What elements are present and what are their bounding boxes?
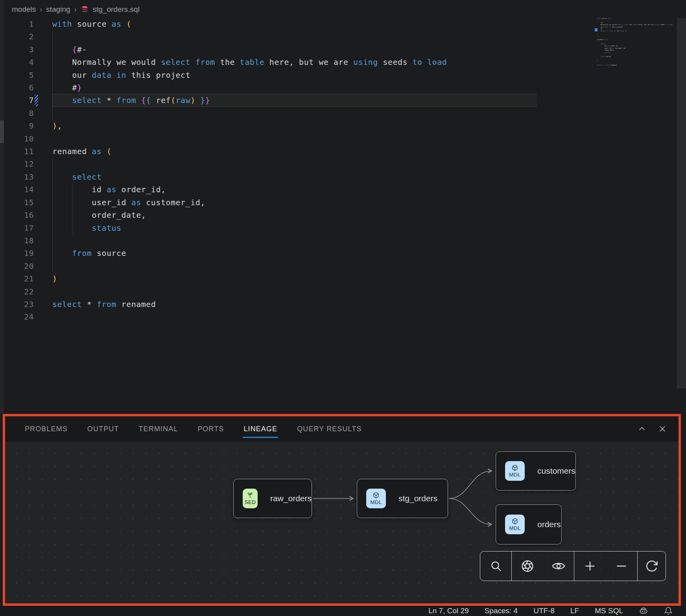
cube-icon [511,518,518,525]
eye-button[interactable] [550,557,567,575]
zoom-out-button[interactable] [613,557,630,575]
panel-tabbar: PROBLEMSOUTPUTTERMINALPORTSLINEAGEQUERY … [5,416,679,441]
search-icon [490,560,502,572]
breadcrumb-item-models[interactable]: models [12,5,36,14]
status-item-lf[interactable]: LF [570,606,579,616]
line-number: 12 [24,159,34,169]
lineage-node-customers[interactable]: MDL customers [496,451,576,491]
bottom-panel-annotated: PROBLEMSOUTPUTTERMINALPORTSLINEAGEQUERY … [3,414,681,606]
edge-stg-orders-to-orders [449,498,491,524]
zoom-out-icon [615,559,628,573]
badge-label: MDL [509,525,520,531]
minimap-modified-marker [595,28,597,31]
vscode-window: models › staging › stg_orders.sql 1 2 3 … [0,0,686,616]
tab-ports[interactable]: PORTS [197,425,224,433]
tab-lineage[interactable]: LINEAGE [243,425,277,433]
sidebar-drag-handle[interactable] [0,120,4,143]
lineage-node-raw-orders[interactable]: SED raw_orders [233,479,312,518]
node-label: stg_orders [398,494,437,503]
database-icon [81,6,89,14]
line-number: 10 [24,134,34,143]
editor-gutter: 1 2 3 4 5 6 7 8 9 10 11 12 13 14 15 16 1… [4,18,34,324]
eye-icon [551,559,566,573]
search-button[interactable] [487,557,505,575]
chevron-right-icon: › [40,6,42,14]
line-number: 11 [24,147,34,156]
code-editor[interactable]: with source as ( {#- Normally we would s… [52,18,447,324]
node-label: customers [537,466,575,476]
line-number: 7 [29,96,34,105]
breadcrumb: models › staging › stg_orders.sql [12,4,140,15]
status-item-ln-7-col-29[interactable]: Ln 7, Col 29 [428,606,468,616]
line-number: 9 [29,121,34,131]
status-item-spaces-4[interactable]: Spaces: 4 [485,606,518,616]
badge-label: MDL [509,472,520,478]
aperture-icon [521,559,534,573]
line-number: 8 [29,108,34,118]
line-number: 17 [24,223,34,233]
line-number: 15 [24,198,34,207]
line-number: 16 [24,210,34,220]
breadcrumb-file[interactable]: stg_orders.sql [93,5,140,14]
line-number: 1 [29,19,34,29]
edge-stg-orders-to-customers [449,471,491,498]
zoom-in-button[interactable] [581,557,599,575]
tab-query-results[interactable]: QUERY RESULTS [297,425,361,433]
lineage-node-stg-orders[interactable]: MDL stg_orders [357,479,448,518]
aperture-button[interactable] [519,557,536,575]
breadcrumb-item-staging[interactable]: staging [46,5,70,14]
line-number: 4 [29,57,34,67]
lineage-canvas[interactable]: SED raw_orders MDL stg_orders [5,441,679,603]
model-badge: MDL [505,515,525,534]
line-number: 2 [29,32,34,41]
seed-badge: SED [243,489,258,508]
model-badge: MDL [505,461,525,481]
line-number: 23 [24,300,34,309]
cube-icon [373,492,380,499]
node-label: orders [537,520,561,529]
tab-output[interactable]: OUTPUT [87,425,119,433]
modified-line-marker [35,95,38,107]
sidebar-edge [0,0,4,414]
status-item-utf-8[interactable]: UTF-8 [533,606,555,616]
line-number: 5 [29,70,34,80]
badge-label: MDL [370,499,382,505]
status-item-ms-sql[interactable]: MS SQL [595,606,623,616]
line-number: 20 [24,261,34,271]
model-badge: MDL [366,489,386,508]
line-number: 24 [24,312,34,322]
refresh-icon [645,559,658,573]
zoom-in-icon [583,559,597,573]
node-label: raw_orders [270,494,312,503]
refresh-button[interactable] [643,557,660,575]
editor-scrollbar[interactable] [677,18,686,388]
line-number: 22 [24,287,34,296]
close-icon[interactable] [658,425,667,433]
line-number: 6 [29,83,34,92]
status-items: Ln 7, Col 29Spaces: 4UTF-8LFMS SQL [428,606,623,616]
chevron-up-icon[interactable] [638,425,646,433]
tab-terminal[interactable]: TERMINAL [138,425,178,433]
line-number: 18 [24,236,34,245]
line-number: 21 [24,274,34,283]
line-number: 3 [29,45,34,54]
badge-label: SED [245,499,256,505]
tab-problems[interactable]: PROBLEMS [25,425,68,433]
lineage-toolbar [480,551,666,581]
minimap[interactable]: with source as ( {#- Normally we would s… [597,17,674,68]
line-number: 14 [24,185,34,194]
status-bar: Ln 7, Col 29Spaces: 4UTF-8LFMS SQL [0,606,686,616]
seedling-icon [247,492,254,499]
cube-icon [511,464,518,471]
panel-tabs: PROBLEMSOUTPUTTERMINALPORTSLINEAGEQUERY … [25,425,362,433]
bell-icon[interactable] [664,607,673,615]
chevron-right-icon: › [74,6,77,14]
copilot-icon[interactable] [639,606,648,616]
lineage-node-orders[interactable]: MDL orders [496,504,562,544]
line-number: 19 [24,248,34,258]
line-number: 13 [24,172,34,182]
